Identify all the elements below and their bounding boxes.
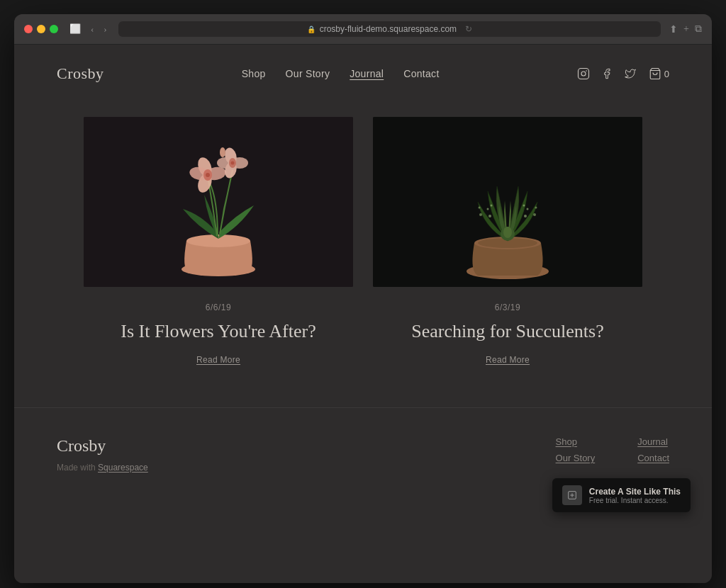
browser-actions: ⬆ + ⧉ — [669, 23, 702, 35]
svg-point-12 — [206, 173, 210, 177]
svg-point-33 — [535, 207, 537, 209]
address-bar[interactable]: 🔒 crosby-fluid-demo.squarespace.com ↻ — [118, 21, 661, 37]
footer-link-our-story[interactable]: Our Story — [556, 453, 596, 463]
post-image-orchid[interactable] — [84, 117, 353, 287]
browser-controls: ⬜ ‹ › — [67, 22, 110, 36]
nav-links: Shop Our Story Journal Contact — [242, 68, 440, 79]
svg-point-18 — [231, 162, 235, 165]
site-logo[interactable]: Crosby — [57, 64, 104, 83]
svg-point-2 — [586, 70, 587, 72]
svg-point-19 — [220, 147, 225, 157]
url-text: crosby-fluid-demo.squarespace.com — [320, 24, 457, 34]
nav-link-journal[interactable]: Journal — [350, 68, 384, 79]
post-date-2: 6/3/19 — [495, 303, 520, 312]
post-title-1: Is It Flowers You're After? — [121, 320, 316, 344]
facebook-icon[interactable] — [601, 67, 613, 80]
instagram-icon[interactable] — [577, 67, 590, 80]
footer-nav: Shop Our Story Journal Contact — [556, 436, 669, 463]
svg-point-1 — [581, 72, 586, 76]
browser-chrome: ⬜ ‹ › 🔒 crosby-fluid-demo.squarespace.co… — [14, 14, 712, 45]
nav-link-our-story[interactable]: Our Story — [286, 68, 330, 79]
nav-link-shop[interactable]: Shop — [242, 68, 266, 79]
svg-point-26 — [491, 205, 493, 207]
cta-title: Create A Site Like This — [589, 487, 681, 497]
orchid-image — [84, 117, 353, 287]
svg-rect-0 — [578, 69, 588, 79]
lock-icon: 🔒 — [307, 26, 315, 33]
svg-point-32 — [533, 213, 536, 216]
cta-subtitle: Free trial. Instant access. — [589, 497, 681, 504]
close-button[interactable] — [24, 25, 33, 33]
nav-icons: 0 — [577, 67, 669, 80]
sidebar-toggle-icon[interactable]: ⬜ — [67, 22, 84, 36]
footer-link-shop[interactable]: Shop — [556, 436, 596, 447]
svg-point-35 — [503, 227, 512, 238]
svg-point-24 — [488, 215, 491, 217]
cart-count: 0 — [664, 69, 669, 79]
new-tab-icon[interactable]: + — [683, 23, 689, 35]
post-image-succulent[interactable] — [373, 117, 642, 287]
footer-left: Crosby Made with Squarespace — [57, 436, 148, 473]
blog-post-1: 6/6/19 Is It Flowers You're After? Read … — [84, 117, 353, 365]
traffic-lights — [24, 25, 58, 33]
share-icon[interactable]: ⬆ — [669, 23, 678, 35]
squarespace-cta-banner[interactable]: Create A Site Like This Free trial. Inst… — [552, 478, 691, 512]
squarespace-logo — [562, 485, 582, 505]
tabs-icon[interactable]: ⧉ — [695, 23, 702, 35]
post-title-2: Searching for Succulents? — [411, 320, 603, 344]
succulent-image — [373, 117, 642, 287]
post-date-1: 6/6/19 — [206, 303, 231, 312]
footer-logo[interactable]: Crosby — [57, 436, 148, 456]
svg-point-31 — [479, 207, 481, 209]
svg-point-25 — [487, 208, 489, 210]
blog-post-2: 6/3/19 Searching for Succulents? Read Mo… — [373, 117, 642, 365]
read-more-1[interactable]: Read More — [196, 355, 240, 365]
footer-link-journal[interactable]: Journal — [637, 436, 669, 447]
svg-point-27 — [524, 215, 527, 217]
maximize-button[interactable] — [50, 25, 58, 33]
footer-nav-col-1: Shop Our Story — [556, 436, 596, 463]
blog-grid: 6/6/19 Is It Flowers You're After? Read … — [14, 103, 712, 407]
minimize-button[interactable] — [37, 25, 45, 33]
nav-link-contact[interactable]: Contact — [403, 68, 439, 79]
svg-point-28 — [527, 208, 529, 210]
footer-link-contact[interactable]: Contact — [637, 453, 669, 463]
svg-point-30 — [479, 213, 482, 216]
cart-icon[interactable]: 0 — [648, 67, 669, 80]
footer-nav-col-2: Journal Contact — [637, 436, 669, 463]
twitter-icon[interactable] — [624, 68, 637, 79]
website-content: Crosby Shop Our Story Journal Contact — [14, 45, 712, 583]
forward-button[interactable]: › — [101, 22, 109, 36]
browser-window: ⬜ ‹ › 🔒 crosby-fluid-demo.squarespace.co… — [14, 14, 712, 583]
back-button[interactable]: ‹ — [88, 22, 96, 36]
footer-made-with: Made with Squarespace — [57, 463, 148, 473]
main-nav: Crosby Shop Our Story Journal Contact — [14, 45, 712, 103]
squarespace-link[interactable]: Squarespace — [98, 463, 148, 473]
squarespace-cta-text: Create A Site Like This Free trial. Inst… — [589, 487, 681, 504]
svg-point-29 — [523, 205, 525, 207]
reload-button[interactable]: ↻ — [465, 24, 472, 34]
read-more-2[interactable]: Read More — [486, 355, 530, 365]
